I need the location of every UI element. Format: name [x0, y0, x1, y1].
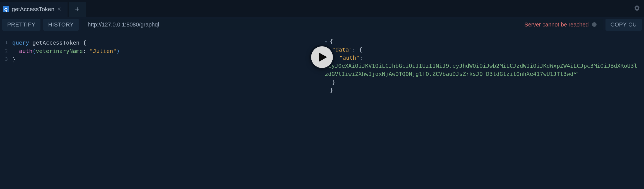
copy-curl-button[interactable]: COPY CU	[605, 19, 642, 31]
json-key-data: "data"	[332, 46, 352, 53]
new-tab-button[interactable]: +	[69, 2, 86, 17]
endpoint-url-box: Server cannot be reached	[81, 19, 602, 30]
settings-icon[interactable]	[634, 5, 640, 13]
tab-strip: Q getAccessToken ✕ +	[0, 0, 86, 17]
response-viewer[interactable]: ▼{"data": {"auth":"eyJ0eXAiOiJKV1QiLCJhb…	[322, 32, 644, 99]
field-auth: auth	[19, 48, 32, 54]
svg-marker-0	[319, 52, 327, 62]
fold-toggle-icon[interactable]: ▼	[325, 38, 329, 46]
json-key-auth: "auth"	[339, 54, 359, 61]
json-value-token: "eyJ0eXAiOiJKV1QiLCJhbGciOiJIUzI1NiJ9.ey…	[325, 62, 637, 77]
keyword-query: query	[12, 39, 29, 46]
operation-name: getAccessToken	[32, 39, 80, 46]
query-editor-pane: 123 query getAccessToken { auth(veterina…	[0, 32, 322, 189]
query-editor[interactable]: query getAccessToken { auth(veterinaryNa…	[9, 32, 322, 70]
tab-getaccesstoken[interactable]: Q getAccessToken ✕	[0, 2, 68, 17]
execute-button[interactable]	[311, 46, 333, 68]
main-area: 123 query getAccessToken { auth(veterina…	[0, 32, 644, 189]
close-tab-icon[interactable]: ✕	[57, 6, 61, 12]
toolbar: PRETTIFY HISTORY Server cannot be reache…	[0, 17, 644, 32]
arg-value: "Julien"	[90, 48, 116, 54]
operation-type-badge: Q	[3, 6, 9, 12]
history-button[interactable]: HISTORY	[43, 19, 79, 31]
server-status: Server cannot be reached	[525, 21, 597, 28]
response-pane: ▼{"data": {"auth":"eyJ0eXAiOiJKV1QiLCJhb…	[322, 32, 644, 189]
server-status-indicator-icon	[592, 22, 597, 27]
endpoint-url-input[interactable]	[88, 21, 342, 28]
tab-title: getAccessToken	[12, 6, 54, 13]
arg-name: veterinaryName	[36, 48, 83, 54]
server-status-text: Server cannot be reached	[525, 21, 589, 28]
prettify-button[interactable]: PRETTIFY	[2, 19, 40, 31]
titlebar: Q getAccessToken ✕ +	[0, 0, 644, 17]
line-gutter: 123	[0, 32, 8, 64]
